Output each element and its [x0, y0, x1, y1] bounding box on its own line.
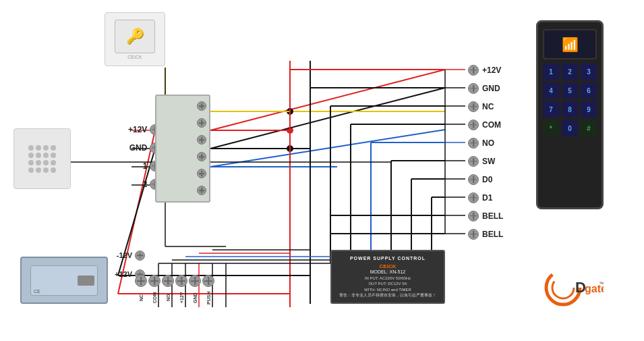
bt-screw-gnd — [189, 275, 201, 287]
lock-term-label-neg12v: -12V — [117, 251, 132, 259]
bt-label-nc: NC — [139, 288, 144, 307]
screw-6 — [197, 186, 206, 195]
dgate-logo: D gate ™ — [543, 264, 604, 314]
right-term-row-com: COM — [468, 115, 513, 134]
bt-term-no: NO — [162, 275, 174, 307]
bt-term-gnd: GND — [189, 275, 201, 307]
right-term-label-bell1: BELL — [482, 211, 513, 221]
lock-term-row-neg12v: -12V — [115, 246, 145, 265]
controller-board — [155, 95, 210, 203]
right-screw-bell2 — [468, 229, 479, 240]
right-screw-gnd — [468, 83, 479, 94]
right-term-row-d0: D0 — [468, 170, 513, 188]
bt-screw-push — [202, 275, 214, 287]
right-screw-no — [468, 138, 479, 149]
lock-bolt — [78, 276, 94, 286]
ps-model: MODEL: XN-512 — [370, 269, 406, 274]
bt-label-gnd: GND — [193, 288, 198, 307]
bt-term-com: COM — [148, 275, 160, 307]
right-screw-d1 — [468, 192, 479, 203]
bt-screw-com — [148, 275, 160, 287]
left-term-label-gnd: GND — [129, 143, 148, 153]
screw-4 — [197, 152, 206, 161]
bt-label-no: NO — [166, 288, 171, 307]
wiring-diagram: 🔑 CEICK +12V GND 1 2 — [0, 0, 644, 341]
right-screw-d0 — [468, 174, 479, 185]
right-term-row-nc: NC — [468, 97, 513, 115]
bt-screw-12v — [175, 275, 187, 287]
exit-button-label: CEICK — [127, 55, 142, 59]
key-0: 0 — [562, 120, 578, 136]
exit-button-face: 🔑 — [115, 20, 155, 53]
bt-term-push: PUSH — [202, 275, 214, 307]
bt-screw-nc — [135, 275, 147, 287]
left-term-label-12v: +12V — [128, 125, 147, 134]
key-7: 7 — [543, 101, 559, 117]
right-term-row-gnd: GND — [468, 79, 513, 97]
rfid-reader: 📶 — [543, 29, 597, 59]
key-9: 9 — [581, 101, 597, 117]
right-term-row-no: NO — [468, 134, 513, 152]
key-5: 5 — [562, 82, 578, 99]
key-8: 8 — [562, 101, 578, 117]
keypad-grid: 1 2 3 4 5 6 7 8 9 * 0 # — [543, 63, 597, 136]
ps-output: OUT PUT: DC12V 5A — [339, 281, 436, 286]
left-term-label-1: 1 — [143, 161, 148, 171]
key-4: 4 — [543, 82, 559, 99]
bt-label-push: PUSH — [206, 288, 211, 307]
bt-term-12v: +12V — [175, 275, 187, 307]
key-star: * — [543, 120, 559, 136]
right-term-label-com: COM — [482, 120, 513, 130]
svg-line-3 — [210, 88, 445, 149]
right-screw-nc — [468, 101, 479, 112]
buzzer-holes — [28, 145, 56, 173]
svg-point-76 — [552, 277, 574, 298]
power-supply: POWER SUPPLY CONTROL CEICK MODEL: XN-512… — [330, 250, 445, 304]
screw-3 — [197, 135, 206, 145]
bt-label-com: COM — [152, 288, 157, 307]
right-term-row-d1: D1 — [468, 188, 513, 207]
right-term-label-no: NO — [482, 138, 513, 148]
door-buzzer — [13, 128, 71, 189]
right-screw-12v — [468, 65, 479, 76]
ps-input: IN PUT: AC220V 50/60Hz — [339, 276, 436, 281]
right-term-row-sw: SW — [468, 152, 513, 170]
right-screw-sw — [468, 156, 479, 167]
rfid-wave-icon: 📶 — [562, 36, 579, 53]
lock-body: CE — [30, 265, 98, 296]
screw-1 — [197, 101, 206, 111]
key-1: 1 — [543, 63, 559, 80]
key-hash: # — [581, 120, 597, 136]
lock-screw-neg12v — [135, 251, 145, 261]
key-2: 2 — [562, 63, 578, 80]
right-term-label-d0: D0 — [482, 175, 513, 184]
lock-term-label-pos12v: +12V — [115, 270, 132, 278]
right-terminal-labels: +12V GND NC COM NO SW D0 D1 — [468, 61, 513, 243]
svg-line-0 — [210, 70, 445, 130]
key-icon: 🔑 — [126, 28, 144, 45]
bt-screw-no — [162, 275, 174, 287]
right-term-label-sw: SW — [482, 157, 513, 166]
bottom-terminal-block: NC COM NO +12V GND PUSH — [135, 275, 214, 307]
ps-warning: 警告：非专业人员不得擅自安装，以免引起严重事故！ — [339, 292, 436, 298]
ps-brand: CEICK — [380, 263, 397, 269]
screw-5 — [197, 169, 206, 178]
bt-term-nc: NC — [135, 275, 147, 307]
ps-title: POWER SUPPLY CONTROL — [350, 256, 426, 261]
right-screw-com — [468, 120, 479, 130]
right-term-label-d1: D1 — [482, 193, 513, 203]
right-term-label-nc: NC — [482, 102, 513, 111]
right-term-row-bell1: BELL — [468, 207, 513, 225]
key-6: 6 — [581, 82, 597, 99]
dgate-logo-svg: D gate ™ — [543, 264, 604, 311]
ps-specs: IN PUT: AC220V 50/60Hz OUT PUT: DC12V 5A… — [339, 276, 436, 298]
right-term-label-bell2: BELL — [482, 230, 513, 239]
screw-2 — [197, 118, 206, 128]
key-3: 3 — [581, 63, 597, 80]
right-screw-bell1 — [468, 211, 479, 221]
right-term-label-gnd: GND — [482, 84, 513, 93]
ce-mark: CE — [34, 289, 40, 294]
right-term-row-bell2: BELL — [468, 225, 513, 243]
exit-button: 🔑 CEICK — [105, 12, 165, 66]
right-term-row-12v: +12V — [468, 61, 513, 79]
